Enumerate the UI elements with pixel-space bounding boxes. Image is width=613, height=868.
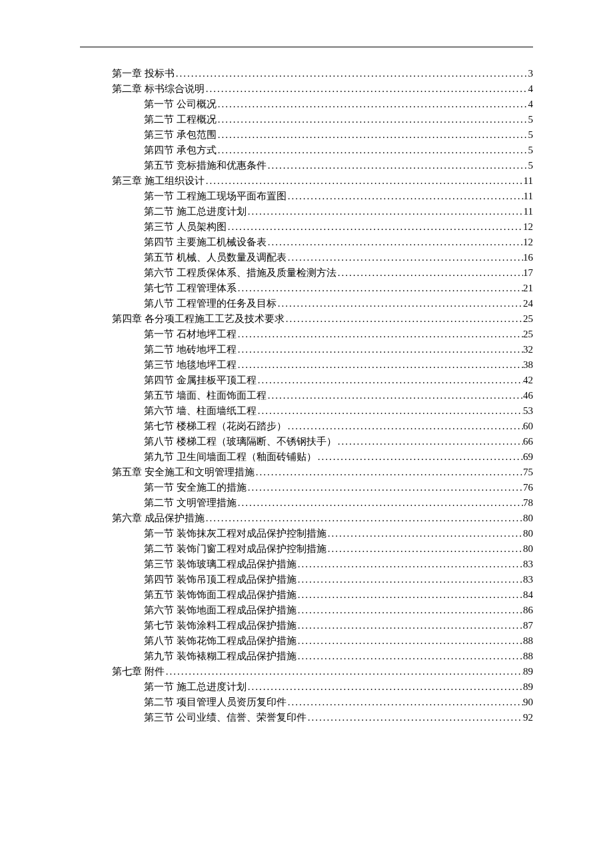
toc-entry-page: 12: [523, 235, 533, 250]
toc-entry: 第四节 装饰吊顶工程成品保护措施83: [80, 572, 533, 587]
toc-entry: 第八节 装饰花饰工程成品保护措施88: [80, 633, 533, 649]
toc-entry-page: 89: [523, 679, 533, 695]
toc-entry-page: 80: [523, 541, 533, 557]
toc-entry-label: 第三节 公司业绩、信誉、荣誉复印件: [144, 710, 306, 725]
toc-entry: 第八节 工程管理的任务及目标24: [80, 296, 533, 311]
toc-entry: 第一节 施工总进度计划89: [80, 679, 533, 695]
toc-leader-dots: [285, 311, 523, 327]
toc-entry: 第九节 装饰裱糊工程成品保护措施88: [80, 649, 533, 664]
toc-leader-dots: [326, 541, 523, 557]
toc-entry-label: 第二节 文明管理措施: [144, 495, 237, 511]
toc-entry-page: 88: [523, 633, 533, 649]
toc-leader-dots: [237, 281, 523, 296]
toc-entry: 第一节 装饰抹灰工程对成品保护控制措施80: [80, 526, 533, 541]
toc-leader-dots: [217, 97, 528, 112]
toc-entry-label: 第四节 主要施工机械设备表: [144, 235, 267, 250]
toc-entry: 第二节 装饰门窗工程对成品保护控制措施80: [80, 541, 533, 557]
toc-entry: 第一节 工程施工现场平面布置图11: [80, 189, 533, 204]
toc-leader-dots: [336, 434, 523, 449]
toc-entry-label: 第五节 机械、人员数量及调配表: [144, 250, 287, 265]
toc-entry: 第五节 机械、人员数量及调配表16: [80, 250, 533, 265]
toc-leader-dots: [297, 603, 523, 618]
toc-leader-dots: [297, 557, 523, 572]
toc-leader-dots: [237, 357, 523, 373]
toc-entry-page: 21: [523, 281, 533, 296]
toc-entry-page: 3: [528, 66, 534, 81]
toc-leader-dots: [297, 587, 523, 603]
toc-entry: 第三节 承包范围5: [80, 127, 533, 143]
toc-leader-dots: [255, 465, 523, 480]
toc-entry-page: 86: [523, 603, 533, 618]
toc-entry-page: 83: [523, 572, 533, 587]
toc-entry-page: 11: [524, 204, 533, 219]
toc-leader-dots: [297, 633, 523, 649]
toc-entry-page: 87: [523, 618, 533, 633]
toc-entry: 第四节 金属挂板平顶工程42: [80, 373, 533, 388]
toc-leader-dots: [306, 710, 523, 725]
toc-entry-label: 第二节 工程概况: [144, 112, 217, 127]
toc-leader-dots: [205, 511, 523, 526]
toc-entry-page: 46: [523, 388, 533, 403]
toc-entry: 第五章 安全施工和文明管理措施75: [80, 465, 533, 480]
toc-entry-label: 第六章 成品保护措施: [112, 511, 205, 526]
toc-entry-page: 69: [523, 449, 533, 465]
toc-entry: 第四节 承包方式5: [80, 143, 533, 158]
toc-entry: 第三节 人员架构图12: [80, 219, 533, 235]
toc-entry-page: 78: [523, 495, 533, 511]
toc-leader-dots: [175, 66, 528, 81]
toc-entry-page: 84: [523, 587, 533, 603]
toc-leader-dots: [237, 342, 523, 357]
toc-entry-label: 第五节 墙面、柱面饰面工程: [144, 388, 267, 403]
toc-entry-label: 第八节 楼梯工程（玻璃隔断、不锈钢扶手）: [144, 434, 336, 449]
toc-entry-page: 53: [523, 403, 533, 419]
toc-entry-label: 第七节 工程管理体系: [144, 281, 237, 296]
toc-leader-dots: [297, 572, 523, 587]
toc-leader-dots: [287, 189, 524, 204]
toc-entry: 第五节 装饰饰面工程成品保护措施84: [80, 587, 533, 603]
toc-entry-page: 5: [528, 112, 534, 127]
toc-entry: 第二节 施工总进度计划11: [80, 204, 533, 219]
toc-entry-label: 第六节 墙、柱面墙纸工程: [144, 403, 257, 419]
toc-entry-page: 11: [524, 189, 533, 204]
toc-entry-label: 第二章 标书综合说明: [112, 81, 205, 97]
toc-entry-page: 24: [523, 296, 533, 311]
toc-leader-dots: [217, 112, 528, 127]
toc-leader-dots: [287, 419, 523, 434]
toc-entry-label: 第八节 装饰花饰工程成品保护措施: [144, 633, 297, 649]
toc-leader-dots: [277, 296, 523, 311]
toc-entry: 第三节 装饰玻璃工程成品保护措施83: [80, 557, 533, 572]
toc-entry-label: 第二节 施工总进度计划: [144, 204, 247, 219]
toc-entry-page: 25: [523, 327, 533, 342]
toc-entry-page: 32: [523, 342, 533, 357]
toc-entry-label: 第五节 装饰饰面工程成品保护措施: [144, 587, 297, 603]
toc-entry-label: 第七章 附件: [112, 664, 165, 679]
toc-leader-dots: [267, 158, 528, 173]
toc-entry: 第三章 施工组织设计11: [80, 173, 533, 189]
toc-leader-dots: [257, 373, 523, 388]
toc-entry: 第四章 各分项工程施工工艺及技术要求25: [80, 311, 533, 327]
toc-entry-page: 5: [528, 127, 534, 143]
toc-leader-dots: [237, 495, 523, 511]
toc-entry-label: 第二节 装饰门窗工程对成品保护控制措施: [144, 541, 326, 557]
toc-entry: 第一章 投标书3: [80, 66, 533, 81]
toc-entry: 第五节 墙面、柱面饰面工程46: [80, 388, 533, 403]
toc-entry-page: 66: [523, 434, 533, 449]
toc-entry-page: 83: [523, 557, 533, 572]
toc-entry-label: 第八节 工程管理的任务及目标: [144, 296, 277, 311]
toc-leader-dots: [257, 403, 523, 419]
toc-entry-page: 4: [528, 81, 534, 97]
document-page: 第一章 投标书3第二章 标书综合说明4第一节 公司概况4第二节 工程概况5第三节…: [0, 0, 613, 868]
toc-entry-label: 第五章 安全施工和文明管理措施: [112, 465, 255, 480]
toc-entry-page: 89: [523, 664, 533, 679]
toc-leader-dots: [267, 388, 523, 403]
toc-leader-dots: [247, 204, 524, 219]
toc-entry-page: 92: [523, 710, 533, 725]
toc-entry: 第七节 装饰涂料工程成品保护措施87: [80, 618, 533, 633]
toc-entry-page: 38: [523, 357, 533, 373]
toc-leader-dots: [247, 480, 523, 495]
toc-leader-dots: [237, 327, 523, 342]
toc-entry-label: 第一节 装饰抹灰工程对成品保护控制措施: [144, 526, 326, 541]
toc-entry: 第四节 主要施工机械设备表12: [80, 235, 533, 250]
toc-leader-dots: [205, 173, 524, 189]
toc-entry-page: 90: [523, 695, 533, 710]
